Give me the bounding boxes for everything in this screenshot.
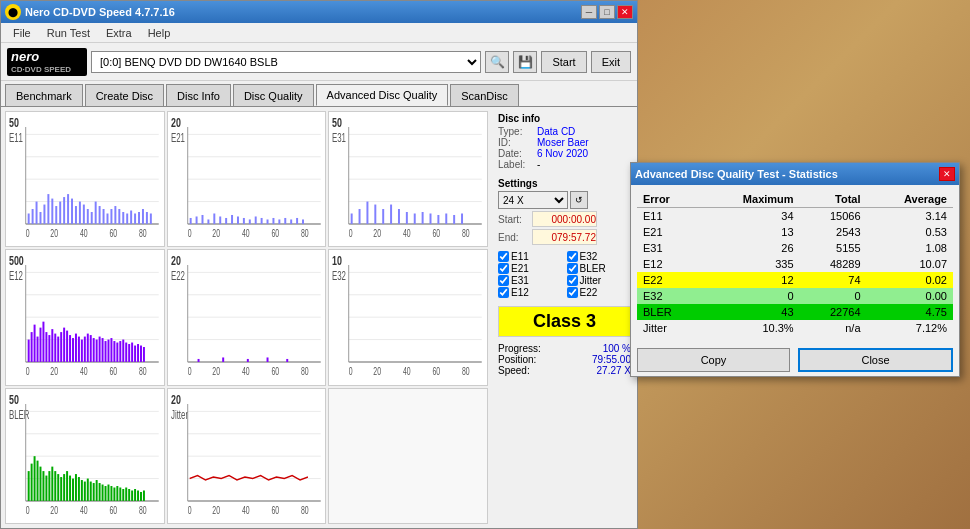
svg-rect-61	[225, 218, 227, 224]
svg-rect-127	[57, 337, 59, 362]
tab-disc-info[interactable]: Disc Info	[166, 84, 231, 106]
svg-rect-20	[71, 199, 73, 224]
svg-rect-58	[207, 219, 209, 223]
svg-rect-23	[83, 205, 85, 224]
cb-bler-input[interactable]	[567, 263, 578, 274]
svg-rect-149	[122, 340, 124, 362]
tab-benchmark[interactable]: Benchmark	[5, 84, 83, 106]
svg-rect-138	[90, 335, 92, 362]
cb-e11-input[interactable]	[498, 251, 509, 262]
disc-date-value: 6 Nov 2020	[537, 148, 588, 159]
svg-rect-89	[351, 213, 353, 223]
row-e22-max: 12	[701, 272, 800, 288]
cb-e32-input[interactable]	[567, 251, 578, 262]
tab-advanced-disc-quality[interactable]: Advanced Disc Quality	[316, 84, 449, 106]
exit-button[interactable]: Exit	[591, 51, 631, 73]
chart-e11-svg: 50 E11	[6, 112, 164, 246]
svg-rect-204	[37, 460, 39, 500]
tab-disc-quality[interactable]: Disc Quality	[233, 84, 314, 106]
menu-extra[interactable]: Extra	[98, 25, 140, 41]
start-time-input[interactable]	[532, 211, 597, 227]
svg-rect-94	[390, 205, 392, 224]
cb-e11-label: E11	[511, 251, 529, 262]
svg-rect-22	[79, 202, 81, 224]
cb-e21[interactable]: E21	[498, 263, 563, 274]
svg-rect-70	[278, 219, 280, 223]
disc-label-label: Label:	[498, 159, 533, 170]
tab-scandisc[interactable]: ScanDisc	[450, 84, 518, 106]
position-value: 79:55.00	[592, 354, 631, 365]
svg-text:20: 20	[171, 115, 181, 129]
tab-create-disc[interactable]: Create Disc	[85, 84, 164, 106]
menu-file[interactable]: File	[5, 25, 39, 41]
chart-e31: 50 E31	[328, 111, 488, 247]
cb-bler[interactable]: BLER	[567, 263, 632, 274]
menu-help[interactable]: Help	[140, 25, 179, 41]
svg-rect-28	[103, 209, 105, 224]
svg-rect-118	[31, 332, 33, 362]
cb-jitter-input[interactable]	[567, 275, 578, 286]
cb-e21-input[interactable]	[498, 263, 509, 274]
svg-rect-60	[219, 216, 221, 223]
svg-rect-16	[55, 206, 57, 224]
table-row: BLER 43 22764 4.75	[637, 304, 953, 320]
copy-button[interactable]: Copy	[637, 348, 790, 372]
svg-rect-145	[110, 338, 112, 362]
table-row: E11 34 15066 3.14	[637, 208, 953, 225]
svg-text:60: 60	[109, 228, 117, 240]
cb-e31[interactable]: E31	[498, 275, 563, 286]
svg-rect-27	[99, 206, 101, 224]
svg-rect-102	[453, 215, 455, 224]
cb-e11[interactable]: E11	[498, 251, 563, 262]
svg-rect-140	[96, 340, 98, 362]
cb-e22-input[interactable]	[567, 287, 578, 298]
menu-run-test[interactable]: Run Test	[39, 25, 98, 41]
svg-rect-227	[105, 486, 107, 501]
toolbar-info-button[interactable]: 🔍	[485, 51, 509, 73]
svg-rect-21	[75, 206, 77, 224]
settings-section: Settings 24 X ↺ Start: End:	[498, 174, 631, 245]
end-time-input[interactable]	[532, 229, 597, 245]
svg-rect-233	[122, 489, 124, 501]
speed-select[interactable]: 24 X	[498, 191, 568, 209]
svg-rect-238	[137, 490, 139, 500]
speed-row-progress: Speed: 27.27 X	[498, 365, 631, 376]
minimize-button[interactable]: ─	[581, 5, 597, 19]
row-e31-total: 5155	[800, 240, 867, 256]
svg-rect-74	[302, 219, 304, 223]
start-button[interactable]: Start	[541, 51, 586, 73]
progress-row: Progress: 100 %	[498, 343, 631, 354]
position-label: Position:	[498, 354, 536, 365]
speed-refresh-button[interactable]: ↺	[570, 191, 588, 209]
close-button[interactable]: ✕	[617, 5, 633, 19]
svg-rect-220	[84, 481, 86, 500]
cb-e12[interactable]: E12	[498, 287, 563, 298]
svg-rect-132	[72, 338, 74, 362]
row-jitter-max: 10.3%	[701, 320, 800, 336]
cb-e12-input[interactable]	[498, 287, 509, 298]
svg-rect-33	[122, 212, 124, 224]
cb-e31-input[interactable]	[498, 275, 509, 286]
svg-rect-19	[67, 194, 69, 224]
cb-e22[interactable]: E22	[567, 287, 632, 298]
svg-rect-120	[37, 337, 39, 362]
row-e31-avg: 1.08	[867, 240, 953, 256]
maximize-button[interactable]: □	[599, 5, 615, 19]
stats-close-button[interactable]: ✕	[939, 167, 955, 181]
row-jitter-name: Jitter	[637, 320, 701, 336]
svg-rect-147	[116, 343, 118, 362]
cb-e32[interactable]: E32	[567, 251, 632, 262]
stats-dialog: Advanced Disc Quality Test - Statistics …	[630, 162, 960, 377]
svg-rect-237	[134, 489, 136, 501]
toolbar-save-button[interactable]: 💾	[513, 51, 537, 73]
drive-select[interactable]: [0:0] BENQ DVD DD DW1640 BSLB	[91, 51, 481, 73]
svg-text:20: 20	[212, 228, 220, 240]
svg-rect-12	[40, 212, 42, 224]
table-row: E31 26 5155 1.08	[637, 240, 953, 256]
dialog-close-button[interactable]: Close	[798, 348, 953, 372]
svg-rect-208	[48, 471, 50, 501]
svg-text:80: 80	[462, 228, 470, 240]
cb-e12-label: E12	[511, 287, 529, 298]
cb-jitter[interactable]: Jitter	[567, 275, 632, 286]
svg-text:BLER: BLER	[9, 408, 30, 421]
